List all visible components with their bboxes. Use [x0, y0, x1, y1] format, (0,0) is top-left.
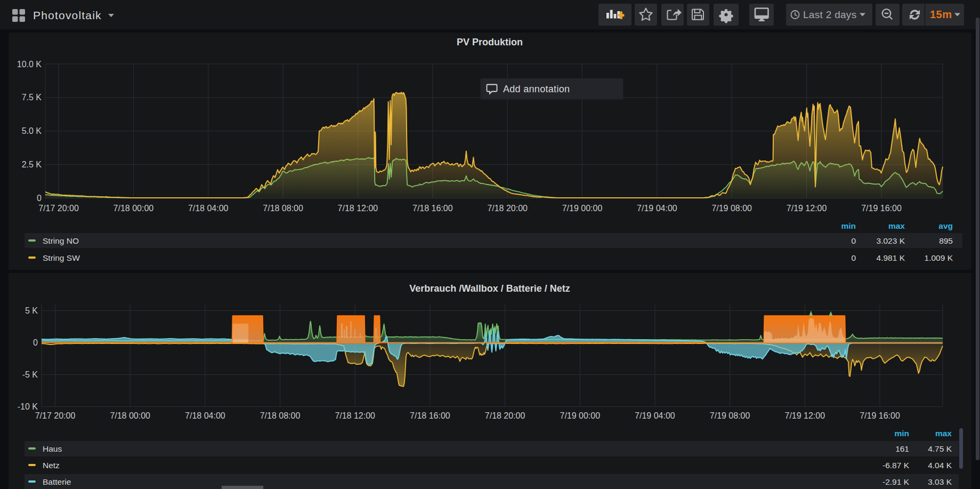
svg-text:7/17 20:00: 7/17 20:00	[38, 204, 79, 213]
svg-text:7/18 00:00: 7/18 00:00	[114, 204, 154, 213]
svg-text:Batterie: Batterie	[43, 477, 71, 486]
svg-text:7/18 20:00: 7/18 20:00	[487, 204, 528, 213]
svg-text:max: max	[888, 221, 905, 230]
svg-text:5 K: 5 K	[25, 306, 38, 315]
svg-text:3.023 K: 3.023 K	[877, 236, 905, 245]
svg-text:Haus: Haus	[43, 444, 62, 453]
svg-text:7/19 00:00: 7/19 00:00	[562, 204, 603, 213]
svg-text:10.0 K: 10.0 K	[17, 60, 42, 69]
svg-text:-5 K: -5 K	[22, 370, 38, 379]
svg-text:0: 0	[37, 194, 42, 203]
svg-text:Photovoltaik: Photovoltaik	[33, 9, 102, 21]
svg-text:0: 0	[851, 236, 856, 245]
svg-text:Add annotation: Add annotation	[503, 84, 570, 94]
svg-text:7/18 20:00: 7/18 20:00	[485, 411, 525, 420]
svg-text:161: 161	[895, 444, 909, 453]
svg-text:7/19 12:00: 7/19 12:00	[787, 204, 827, 213]
svg-text:4.75 K: 4.75 K	[928, 444, 952, 453]
svg-text:5.0 K: 5.0 K	[22, 126, 42, 135]
svg-text:7/18 04:00: 7/18 04:00	[185, 411, 225, 420]
svg-text:15m: 15m	[930, 9, 952, 20]
svg-text:avg: avg	[938, 221, 953, 230]
svg-text:7/19 04:00: 7/19 04:00	[637, 204, 677, 213]
svg-text:7/18 08:00: 7/18 08:00	[263, 204, 303, 213]
svg-text:7/18 12:00: 7/18 12:00	[338, 204, 378, 213]
svg-text:7/19 00:00: 7/19 00:00	[560, 411, 600, 420]
svg-text:4.981 K: 4.981 K	[877, 253, 905, 262]
svg-text:3.03 K: 3.03 K	[928, 477, 952, 486]
svg-text:7/18 16:00: 7/18 16:00	[412, 204, 453, 213]
svg-text:-6.87 K: -6.87 K	[882, 461, 910, 470]
svg-text:-2.91 K: -2.91 K	[882, 477, 910, 486]
svg-text:7/19 08:00: 7/19 08:00	[711, 204, 752, 213]
svg-text:0: 0	[33, 338, 38, 347]
svg-text:min: min	[841, 221, 856, 230]
svg-text:2.5 K: 2.5 K	[22, 160, 42, 169]
svg-text:7/19 12:00: 7/19 12:00	[784, 411, 825, 420]
svg-text:Netz: Netz	[43, 461, 60, 470]
svg-text:String SW: String SW	[43, 253, 80, 262]
svg-text:7/17 20:00: 7/17 20:00	[35, 411, 76, 420]
svg-text:Verbrauch /Wallbox / Batterie: Verbrauch /Wallbox / Batterie / Netz	[409, 283, 570, 294]
svg-text:7/19 16:00: 7/19 16:00	[860, 411, 900, 420]
svg-text:7.5 K: 7.5 K	[22, 93, 42, 102]
svg-text:String NO: String NO	[43, 236, 79, 245]
svg-text:7/19 16:00: 7/19 16:00	[861, 204, 902, 213]
svg-text:1.009 K: 1.009 K	[925, 253, 953, 262]
svg-text:min: min	[894, 429, 909, 438]
svg-text:7/18 04:00: 7/18 04:00	[188, 204, 229, 213]
svg-text:7/19 08:00: 7/19 08:00	[710, 411, 750, 420]
svg-text:Last 2 days: Last 2 days	[803, 9, 856, 20]
svg-text:7/18 12:00: 7/18 12:00	[335, 411, 375, 420]
svg-text:7/19 04:00: 7/19 04:00	[635, 411, 675, 420]
svg-text:0: 0	[851, 253, 856, 262]
svg-text:7/18 08:00: 7/18 08:00	[260, 411, 301, 420]
svg-text:-10 K: -10 K	[18, 402, 38, 411]
svg-text:7/18 00:00: 7/18 00:00	[110, 411, 150, 420]
svg-text:PV Produktion: PV Produktion	[457, 37, 523, 47]
svg-text:7/18 16:00: 7/18 16:00	[410, 411, 450, 420]
svg-text:4.04 K: 4.04 K	[928, 461, 952, 470]
svg-text:max: max	[935, 429, 952, 438]
svg-text:895: 895	[939, 236, 953, 245]
